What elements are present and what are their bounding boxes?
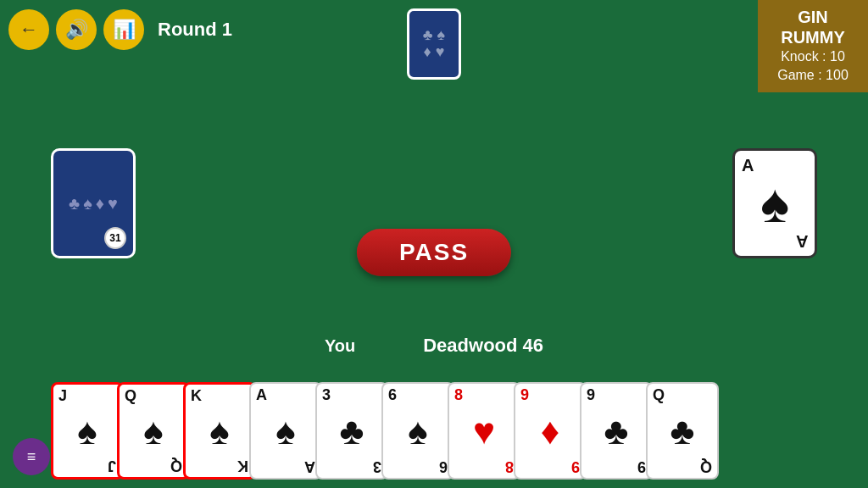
hand-card-rank-top-4: 3 bbox=[322, 387, 331, 402]
hand-card-rank-bottom-0: J bbox=[108, 458, 116, 474]
player-labels: You Deadwood 46 bbox=[0, 335, 868, 357]
hand-card-suit-1: ♠ bbox=[143, 413, 163, 450]
header: ← 🔊 📊 Round 1 bbox=[0, 0, 868, 59]
hand-card-rank-top-2: K bbox=[191, 388, 202, 403]
stats-button[interactable]: 📊 bbox=[103, 9, 144, 50]
discard-rank-bottom: A bbox=[796, 231, 808, 251]
hand-card-suit-9: ♣ bbox=[670, 413, 695, 450]
hand-card-rank-top-8: 9 bbox=[587, 387, 595, 402]
hand-card-7[interactable]: 9♦9 bbox=[514, 382, 587, 480]
hand-card-rank-top-0: J bbox=[58, 388, 67, 403]
hand-card-rank-bottom-7: 9 bbox=[571, 459, 580, 474]
you-label: You bbox=[325, 336, 355, 356]
hand-card-rank-top-6: 8 bbox=[454, 387, 463, 402]
hand-card-rank-bottom-5: 6 bbox=[439, 459, 448, 474]
hand-card-rank-bottom-8: 9 bbox=[637, 459, 646, 474]
hand-card-3[interactable]: A♠A bbox=[249, 382, 322, 480]
back-button[interactable]: ← bbox=[8, 9, 49, 50]
hand-card-8[interactable]: 9♣9 bbox=[580, 382, 653, 480]
sound-button[interactable]: 🔊 bbox=[56, 9, 97, 50]
discard-rank: A bbox=[742, 156, 754, 175]
hand-card-6[interactable]: 8♥8 bbox=[448, 382, 520, 480]
hand-card-2[interactable]: K♠K bbox=[183, 382, 256, 480]
hand-card-rank-bottom-3: A bbox=[304, 459, 315, 474]
discard-suit-center: ♠ bbox=[760, 172, 789, 235]
pass-button[interactable]: PASS bbox=[357, 229, 511, 276]
hand-card-rank-top-1: Q bbox=[125, 388, 136, 403]
hand-card-suit-8: ♣ bbox=[604, 413, 629, 450]
round-label: Round 1 bbox=[158, 19, 232, 41]
hand-card-suit-2: ♠ bbox=[209, 413, 229, 450]
player-hand: J♠JQ♠QK♠KA♠A3♣36♠68♥89♦99♣9Q♣Q bbox=[51, 382, 712, 480]
deck-card[interactable]: ♣ ♠ ♦ ♥ 31 bbox=[51, 148, 136, 258]
hand-card-rank-top-9: Q bbox=[653, 387, 665, 402]
hand-card-rank-bottom-9: Q bbox=[700, 459, 712, 474]
hand-card-9[interactable]: Q♣Q bbox=[646, 382, 719, 480]
hand-card-suit-0: ♠ bbox=[77, 413, 97, 450]
hand-card-5[interactable]: 6♠6 bbox=[381, 382, 454, 480]
hand-card-1[interactable]: Q♠Q bbox=[117, 382, 190, 480]
hand-card-rank-bottom-1: Q bbox=[170, 458, 182, 474]
hand-card-rank-top-3: A bbox=[256, 387, 267, 402]
hand-card-4[interactable]: 3♣3 bbox=[315, 382, 388, 480]
discard-area[interactable]: A ♠ A bbox=[732, 148, 817, 258]
deck-area[interactable]: ♣ ♠ ♦ ♥ 31 bbox=[51, 148, 136, 258]
menu-icon[interactable]: ≡ bbox=[13, 438, 50, 475]
hand-card-rank-bottom-4: 3 bbox=[373, 459, 381, 474]
hand-card-suit-6: ♥ bbox=[473, 413, 495, 450]
hand-card-rank-top-5: 6 bbox=[388, 387, 397, 402]
hand-card-suit-4: ♣ bbox=[340, 413, 364, 450]
hand-card-suit-7: ♦ bbox=[541, 413, 559, 450]
hand-card-0[interactable]: J♠J bbox=[51, 382, 124, 480]
hand-card-rank-bottom-6: 8 bbox=[505, 459, 514, 474]
discard-card[interactable]: A ♠ A bbox=[732, 148, 817, 258]
hand-card-suit-5: ♠ bbox=[408, 413, 427, 450]
hand-card-rank-top-7: 9 bbox=[520, 387, 529, 402]
hand-card-suit-3: ♠ bbox=[275, 413, 295, 450]
game-value: Game : 100 bbox=[770, 66, 856, 85]
deadwood-label: Deadwood 46 bbox=[423, 335, 543, 357]
hand-card-rank-bottom-2: K bbox=[237, 458, 248, 474]
deck-count: 31 bbox=[104, 227, 126, 249]
